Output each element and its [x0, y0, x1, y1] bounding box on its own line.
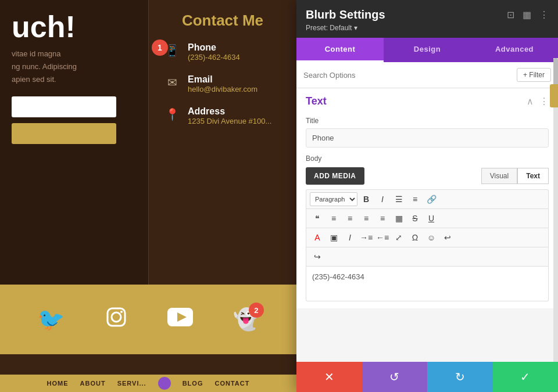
columns-icon[interactable]: ▦ [523, 9, 531, 20]
panel-title: Blurb Settings [306, 8, 385, 21]
toolbar-row-1: Paragraph B I ☰ ≡ 🔗 [306, 190, 548, 209]
responsive-icon[interactable]: ⊡ [507, 9, 514, 20]
cancel-button[interactable]: ✕ [296, 362, 362, 392]
wp-toolbar: Paragraph B I ☰ ≡ 🔗 ❝ ≡ ≡ ≡ ≡ ▦ S U [306, 189, 549, 267]
table-btn[interactable]: ▦ [391, 211, 406, 225]
twitter-icon: 🐦 [37, 307, 65, 332]
nav-circle [158, 377, 171, 390]
youtube-icon [167, 307, 193, 332]
filter-button[interactable]: + Filter [517, 68, 551, 82]
confirm-button[interactable]: ✓ [493, 362, 559, 392]
body-label: Body [306, 154, 549, 163]
contact-item-email: ✉ Email hello@divibaker.com [163, 74, 282, 93]
ul-btn[interactable]: ☰ [391, 192, 406, 206]
panel-preset[interactable]: Preset: Default ▾ [306, 24, 549, 32]
emoji-btn[interactable]: ☺ [424, 231, 439, 244]
tab-text[interactable]: Text [517, 168, 549, 184]
svg-point-1 [112, 312, 121, 322]
text-color-btn[interactable]: A [310, 231, 325, 244]
tab-design[interactable]: Design [384, 38, 471, 62]
blockquote-btn[interactable]: ❝ [310, 211, 325, 225]
nav-home: HOME [47, 380, 69, 387]
left-section: uch! vitae id magnang nunc. Adipiscingap… [0, 0, 148, 296]
nav-bar: HOME ABOUT SERVI... BLOG CONTACT [0, 375, 296, 392]
svg-point-2 [120, 311, 123, 313]
contact-title: Contact Me [163, 12, 282, 30]
underline-btn[interactable]: U [424, 211, 439, 225]
body-section: Body ADD MEDIA Visual Text Paragraph B I… [296, 154, 558, 308]
email-value: hello@divibaker.com [188, 85, 257, 93]
editor-content-area[interactable]: (235)-462-4634 [306, 267, 549, 301]
badge-1: 1 [152, 39, 168, 56]
contact-section: Contact Me 1 📱 Phone (235)-462-4634 ✉ Em… [148, 0, 296, 296]
title-field-group: Title [296, 112, 558, 154]
nav-blog: BLOG [183, 380, 203, 387]
fullscreen-btn[interactable]: ⤢ [391, 231, 406, 244]
address-value: 1235 Divi Avenue #100... [188, 117, 271, 125]
title-field-input[interactable] [306, 128, 549, 148]
toolbar-row-3: A ▣ I →≡ ←≡ ⤢ Ω ☺ ↩ [306, 228, 548, 247]
contact-item-address: 📍 Address 1235 Divi Avenue #100... [163, 106, 282, 125]
special-char-btn[interactable]: Ω [407, 231, 423, 244]
panel-tabs: Content Design Advanced [296, 38, 558, 62]
panel-header: Blurb Settings ⊡ ▦ ⋮ Preset: Default ▾ [296, 0, 558, 38]
bold-btn[interactable]: B [359, 192, 374, 206]
undo-button[interactable]: ↺ [362, 362, 428, 392]
phone-value: (235)-462-4634 [188, 53, 240, 62]
section-heading: Text ∧ ⋮ [296, 88, 558, 112]
tab-content[interactable]: Content [296, 38, 384, 62]
collapse-icon[interactable]: ∧ [527, 96, 534, 107]
nav-services: SERVI... [117, 380, 146, 387]
editor-phone-text: (235)-462-4634 [312, 272, 364, 281]
redo-button[interactable]: ↻ [427, 362, 493, 392]
undo-btn[interactable]: ↩ [440, 231, 455, 244]
svg-rect-0 [108, 308, 125, 326]
section-more-icon[interactable]: ⋮ [539, 96, 549, 107]
title-field-label: Title [306, 117, 549, 125]
snapchat-icon: 👻 2 [233, 307, 259, 332]
nav-contact: CONTACT [214, 380, 249, 387]
link-btn[interactable]: 🔗 [424, 192, 439, 206]
footer-social: 🐦 👻 2 [0, 285, 296, 354]
redo-btn[interactable]: ↪ [310, 250, 325, 264]
strikethrough-btn[interactable]: S [407, 211, 423, 225]
nav-about: ABOUT [80, 380, 106, 387]
tab-visual[interactable]: Visual [481, 168, 517, 184]
more-icon[interactable]: ⋮ [539, 9, 549, 20]
email-icon: ✉ [163, 75, 181, 93]
badge-2: 2 [249, 303, 264, 318]
ol-btn[interactable]: ≡ [407, 192, 423, 206]
indent-btn[interactable]: →≡ [359, 231, 374, 244]
italic2-btn[interactable]: I [342, 231, 357, 244]
left-input-field [12, 96, 116, 117]
email-label: Email [188, 74, 257, 85]
action-bar: ✕ ↺ ↻ ✓ [296, 362, 558, 392]
address-icon: 📍 [163, 107, 181, 125]
align-right-btn[interactable]: ≡ [359, 211, 374, 225]
align-center-btn[interactable]: ≡ [342, 211, 357, 225]
left-title: uch! [12, 12, 137, 42]
paragraph-select[interactable]: Paragraph [310, 192, 357, 206]
blurb-settings-panel: Blurb Settings ⊡ ▦ ⋮ Preset: Default ▾ C… [296, 0, 558, 392]
left-body: vitae id magnang nunc. Adipiscingapien s… [12, 48, 137, 86]
paste-btn[interactable]: ▣ [326, 231, 341, 244]
contact-item-phone: 1 📱 Phone (235)-462-4634 [163, 42, 282, 62]
italic-btn[interactable]: I [375, 192, 390, 206]
tab-advanced[interactable]: Advanced [471, 38, 558, 62]
panel-header-icons: ⊡ ▦ ⋮ [507, 9, 549, 20]
address-label: Address [188, 106, 271, 117]
right-avatar-strip [550, 84, 558, 107]
visual-text-tabs: Visual Text [481, 168, 549, 184]
left-input-button [12, 123, 116, 144]
toolbar-row-4: ↪ [306, 247, 548, 267]
align-left-btn[interactable]: ≡ [326, 211, 341, 225]
outdent-btn[interactable]: ←≡ [375, 231, 390, 244]
search-input[interactable] [303, 71, 512, 80]
toolbar-row-2: ❝ ≡ ≡ ≡ ≡ ▦ S U [306, 209, 548, 228]
phone-label: Phone [188, 42, 240, 53]
search-bar: + Filter [296, 62, 558, 88]
section-title-text: Text [306, 95, 327, 107]
add-media-button[interactable]: ADD MEDIA [306, 167, 364, 185]
align-justify-btn[interactable]: ≡ [375, 211, 390, 225]
instagram-icon [105, 305, 128, 334]
